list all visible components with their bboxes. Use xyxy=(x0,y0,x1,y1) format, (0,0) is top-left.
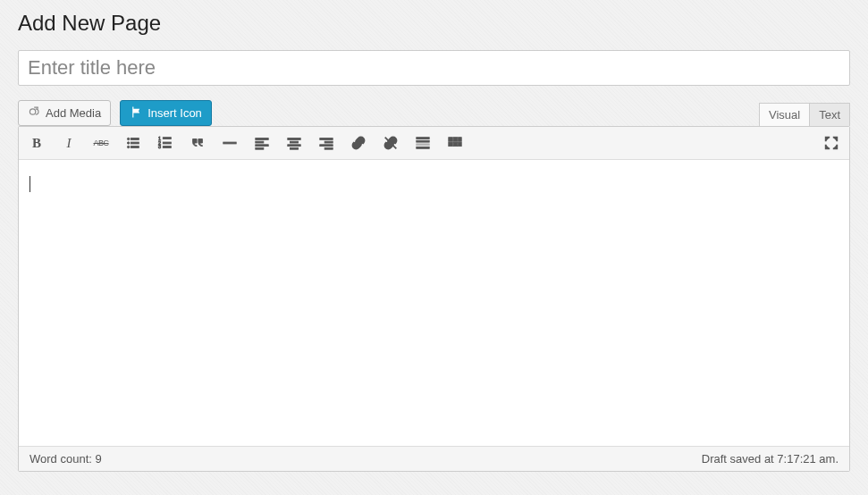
editor-shell: B I ABC 123 xyxy=(18,126,850,472)
svg-rect-17 xyxy=(256,147,264,149)
svg-rect-19 xyxy=(291,141,299,143)
unlink-icon[interactable] xyxy=(378,132,403,154)
svg-rect-6 xyxy=(131,147,139,148)
svg-rect-29 xyxy=(417,147,429,149)
svg-rect-14 xyxy=(256,138,268,140)
link-icon[interactable] xyxy=(346,132,371,154)
svg-point-3 xyxy=(127,142,129,144)
editor-status-bar: Word count: 9 Draft saved at 7:17:21 am. xyxy=(19,446,849,471)
svg-rect-8 xyxy=(163,138,171,139)
word-count-value: 9 xyxy=(95,452,101,466)
align-center-icon[interactable] xyxy=(282,132,307,154)
svg-rect-18 xyxy=(288,138,300,140)
read-more-icon[interactable] xyxy=(410,132,435,154)
word-count: Word count: 9 xyxy=(29,452,102,466)
svg-rect-32 xyxy=(459,138,462,142)
svg-point-1 xyxy=(127,138,129,139)
title-input[interactable] xyxy=(18,50,850,86)
bullet-list-icon[interactable] xyxy=(121,132,146,154)
svg-rect-20 xyxy=(288,145,300,147)
bold-icon[interactable]: B xyxy=(24,132,49,154)
svg-rect-24 xyxy=(320,145,333,147)
svg-rect-28 xyxy=(417,144,429,146)
text-cursor xyxy=(29,176,30,192)
draft-saved-status: Draft saved at 7:17:21 am. xyxy=(702,452,839,466)
editor-mode-tabs: Visual Text xyxy=(759,102,850,125)
fullscreen-icon[interactable] xyxy=(819,132,844,154)
svg-rect-31 xyxy=(453,138,458,142)
add-media-label: Add Media xyxy=(46,106,101,120)
svg-rect-26 xyxy=(417,138,429,139)
numbered-list-icon[interactable]: 123 xyxy=(153,132,178,154)
svg-rect-35 xyxy=(459,142,462,147)
svg-rect-15 xyxy=(256,141,264,143)
editor-toolbar: B I ABC 123 xyxy=(19,127,849,160)
horizontal-rule-icon[interactable] xyxy=(217,132,242,154)
svg-rect-25 xyxy=(324,147,333,149)
svg-rect-12 xyxy=(163,147,171,148)
italic-icon[interactable]: I xyxy=(56,132,81,154)
editor-content-area[interactable] xyxy=(19,160,849,446)
svg-rect-30 xyxy=(449,138,453,142)
svg-point-5 xyxy=(127,146,129,147)
svg-rect-4 xyxy=(131,142,139,144)
media-icon xyxy=(28,105,42,122)
add-media-button[interactable]: Add Media xyxy=(18,100,111,126)
media-button-row: Add Media Insert Icon Visual Text xyxy=(18,100,850,126)
svg-rect-23 xyxy=(324,141,333,143)
toolbar-toggle-icon[interactable] xyxy=(442,132,468,154)
svg-text:3: 3 xyxy=(158,144,161,149)
svg-rect-34 xyxy=(453,142,458,147)
page-title: Add New Page xyxy=(18,11,850,36)
insert-icon-button[interactable]: Insert Icon xyxy=(120,100,212,126)
svg-rect-33 xyxy=(449,142,453,147)
flag-icon xyxy=(130,105,144,122)
word-count-label: Word count: xyxy=(29,452,92,466)
svg-rect-22 xyxy=(320,138,333,140)
blockquote-icon[interactable] xyxy=(185,132,210,154)
svg-rect-16 xyxy=(256,145,268,147)
tab-text[interactable]: Text xyxy=(809,103,850,126)
strikethrough-icon[interactable]: ABC xyxy=(88,132,114,154)
svg-point-0 xyxy=(29,109,35,114)
align-right-icon[interactable] xyxy=(314,132,339,154)
tab-visual[interactable]: Visual xyxy=(759,103,810,126)
svg-rect-27 xyxy=(417,140,429,142)
svg-rect-10 xyxy=(163,142,171,144)
insert-icon-label: Insert Icon xyxy=(147,106,202,120)
svg-rect-21 xyxy=(291,147,299,149)
svg-rect-13 xyxy=(223,142,236,144)
svg-rect-2 xyxy=(131,138,139,140)
align-left-icon[interactable] xyxy=(249,132,274,154)
